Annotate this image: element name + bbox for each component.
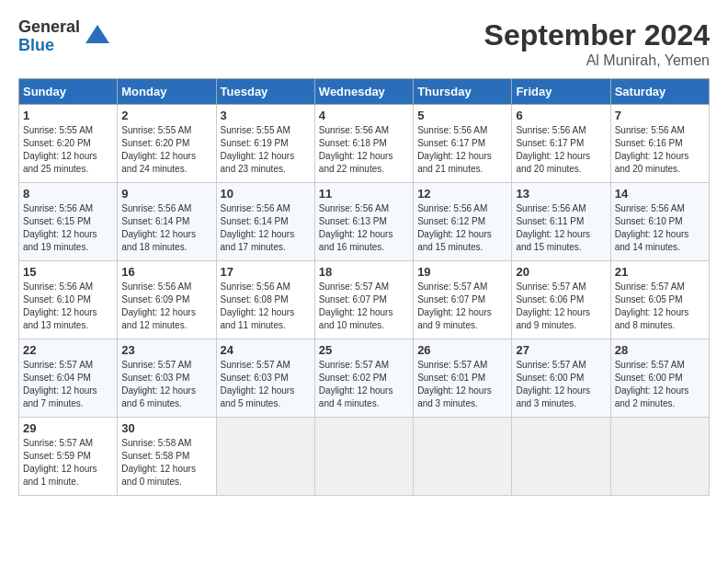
calendar-cell: 22Sunrise: 5:57 AMSunset: 6:04 PMDayligh… <box>19 339 118 418</box>
calendar-cell: 17Sunrise: 5:56 AMSunset: 6:08 PMDayligh… <box>216 261 314 339</box>
logo-blue-text: Blue <box>18 37 80 55</box>
calendar-table: SundayMondayTuesdayWednesdayThursdayFrid… <box>18 78 710 496</box>
day-info: Sunrise: 5:55 AMSunset: 6:20 PMDaylight:… <box>121 125 196 174</box>
day-number: 24 <box>221 343 311 357</box>
calendar-cell: 21Sunrise: 5:57 AMSunset: 6:05 PMDayligh… <box>610 261 709 339</box>
calendar-cell: 25Sunrise: 5:57 AMSunset: 6:02 PMDayligh… <box>314 339 413 418</box>
day-number: 5 <box>417 109 507 122</box>
day-info: Sunrise: 5:56 AMSunset: 6:08 PMDaylight:… <box>221 282 295 330</box>
title-area: September 2024 Al Munirah, Yemen <box>484 18 710 69</box>
calendar-cell: 18Sunrise: 5:57 AMSunset: 6:07 PMDayligh… <box>314 261 413 339</box>
day-info: Sunrise: 5:57 AMSunset: 6:01 PMDaylight:… <box>417 360 492 408</box>
day-number: 20 <box>516 265 606 279</box>
day-info: Sunrise: 5:56 AMSunset: 6:17 PMDaylight:… <box>417 125 492 174</box>
day-info: Sunrise: 5:56 AMSunset: 6:16 PMDaylight:… <box>615 125 689 174</box>
day-number: 18 <box>319 265 409 279</box>
calendar-cell: 11Sunrise: 5:56 AMSunset: 6:13 PMDayligh… <box>314 183 413 261</box>
day-number: 3 <box>221 109 311 122</box>
month-title: September 2024 <box>484 18 710 52</box>
day-number: 15 <box>23 265 113 279</box>
calendar-cell <box>216 418 314 496</box>
logo-icon <box>84 23 111 51</box>
day-info: Sunrise: 5:56 AMSunset: 6:12 PMDaylight:… <box>417 203 492 252</box>
day-info: Sunrise: 5:57 AMSunset: 6:06 PMDaylight:… <box>516 282 590 330</box>
calendar-cell: 10Sunrise: 5:56 AMSunset: 6:14 PMDayligh… <box>216 183 314 261</box>
day-number: 29 <box>23 421 113 435</box>
day-number: 19 <box>417 265 507 279</box>
day-info: Sunrise: 5:58 AMSunset: 5:58 PMDaylight:… <box>121 438 196 487</box>
calendar-header-row: SundayMondayTuesdayWednesdayThursdayFrid… <box>19 79 710 105</box>
week-row-1: 1Sunrise: 5:55 AMSunset: 6:20 PMDaylight… <box>19 105 710 183</box>
calendar-cell <box>512 418 610 496</box>
column-header-friday: Friday <box>512 79 610 105</box>
day-info: Sunrise: 5:56 AMSunset: 6:10 PMDaylight:… <box>615 203 689 252</box>
week-row-2: 8Sunrise: 5:56 AMSunset: 6:15 PMDaylight… <box>19 183 710 261</box>
day-number: 8 <box>23 187 113 201</box>
day-number: 25 <box>319 343 409 357</box>
calendar-cell: 9Sunrise: 5:56 AMSunset: 6:14 PMDaylight… <box>118 183 216 261</box>
calendar-cell: 20Sunrise: 5:57 AMSunset: 6:06 PMDayligh… <box>512 261 610 339</box>
day-number: 22 <box>23 343 113 357</box>
day-info: Sunrise: 5:56 AMSunset: 6:10 PMDaylight:… <box>23 282 97 330</box>
day-info: Sunrise: 5:56 AMSunset: 6:09 PMDaylight:… <box>121 282 196 330</box>
calendar-cell: 2Sunrise: 5:55 AMSunset: 6:20 PMDaylight… <box>118 105 216 183</box>
day-number: 6 <box>516 109 606 122</box>
day-info: Sunrise: 5:57 AMSunset: 6:03 PMDaylight:… <box>221 360 295 408</box>
column-header-sunday: Sunday <box>19 79 118 105</box>
page-header: General Blue September 2024 Al Munirah, … <box>18 18 710 69</box>
column-header-thursday: Thursday <box>414 79 512 105</box>
day-number: 16 <box>121 265 211 279</box>
day-info: Sunrise: 5:56 AMSunset: 6:14 PMDaylight:… <box>221 203 295 252</box>
calendar-cell: 8Sunrise: 5:56 AMSunset: 6:15 PMDaylight… <box>19 183 118 261</box>
day-info: Sunrise: 5:57 AMSunset: 6:02 PMDaylight:… <box>319 360 393 408</box>
calendar-cell: 23Sunrise: 5:57 AMSunset: 6:03 PMDayligh… <box>118 339 216 418</box>
column-header-monday: Monday <box>118 79 216 105</box>
day-info: Sunrise: 5:55 AMSunset: 6:19 PMDaylight:… <box>221 125 295 174</box>
calendar-cell: 27Sunrise: 5:57 AMSunset: 6:00 PMDayligh… <box>512 339 610 418</box>
calendar-cell: 28Sunrise: 5:57 AMSunset: 6:00 PMDayligh… <box>610 339 709 418</box>
calendar-cell: 1Sunrise: 5:55 AMSunset: 6:20 PMDaylight… <box>19 105 118 183</box>
day-number: 26 <box>417 343 507 357</box>
week-row-5: 29Sunrise: 5:57 AMSunset: 5:59 PMDayligh… <box>19 418 710 496</box>
week-row-4: 22Sunrise: 5:57 AMSunset: 6:04 PMDayligh… <box>19 339 710 418</box>
calendar-cell: 16Sunrise: 5:56 AMSunset: 6:09 PMDayligh… <box>118 261 216 339</box>
day-number: 28 <box>615 343 705 357</box>
calendar-cell: 4Sunrise: 5:56 AMSunset: 6:18 PMDaylight… <box>314 105 413 183</box>
day-number: 14 <box>615 187 705 201</box>
day-number: 21 <box>615 265 705 279</box>
svg-marker-0 <box>85 25 109 43</box>
calendar-cell <box>414 418 512 496</box>
day-info: Sunrise: 5:57 AMSunset: 5:59 PMDaylight:… <box>23 438 97 487</box>
calendar-cell <box>610 418 709 496</box>
day-number: 13 <box>516 187 606 201</box>
calendar-cell: 14Sunrise: 5:56 AMSunset: 6:10 PMDayligh… <box>610 183 709 261</box>
column-header-tuesday: Tuesday <box>216 79 314 105</box>
day-info: Sunrise: 5:56 AMSunset: 6:15 PMDaylight:… <box>23 203 97 252</box>
day-number: 12 <box>417 187 507 201</box>
day-number: 30 <box>121 421 211 435</box>
day-number: 7 <box>615 109 705 122</box>
day-info: Sunrise: 5:55 AMSunset: 6:20 PMDaylight:… <box>23 125 97 174</box>
day-number: 17 <box>221 265 311 279</box>
calendar-cell: 19Sunrise: 5:57 AMSunset: 6:07 PMDayligh… <box>414 261 512 339</box>
calendar-cell: 15Sunrise: 5:56 AMSunset: 6:10 PMDayligh… <box>19 261 118 339</box>
day-info: Sunrise: 5:57 AMSunset: 6:07 PMDaylight:… <box>319 282 393 330</box>
day-info: Sunrise: 5:57 AMSunset: 6:00 PMDaylight:… <box>615 360 689 408</box>
logo-general-text: General <box>18 18 80 37</box>
day-info: Sunrise: 5:56 AMSunset: 6:13 PMDaylight:… <box>319 203 393 252</box>
day-number: 11 <box>319 187 409 201</box>
calendar-cell: 12Sunrise: 5:56 AMSunset: 6:12 PMDayligh… <box>414 183 512 261</box>
logo: General Blue <box>18 18 111 55</box>
calendar-cell: 26Sunrise: 5:57 AMSunset: 6:01 PMDayligh… <box>414 339 512 418</box>
day-info: Sunrise: 5:57 AMSunset: 6:07 PMDaylight:… <box>417 282 492 330</box>
day-info: Sunrise: 5:56 AMSunset: 6:17 PMDaylight:… <box>516 125 590 174</box>
calendar-cell <box>314 418 413 496</box>
day-info: Sunrise: 5:56 AMSunset: 6:18 PMDaylight:… <box>319 125 393 174</box>
week-row-3: 15Sunrise: 5:56 AMSunset: 6:10 PMDayligh… <box>19 261 710 339</box>
day-number: 9 <box>121 187 211 201</box>
day-info: Sunrise: 5:57 AMSunset: 6:05 PMDaylight:… <box>615 282 689 330</box>
day-info: Sunrise: 5:56 AMSunset: 6:11 PMDaylight:… <box>516 203 590 252</box>
day-number: 27 <box>516 343 606 357</box>
day-number: 2 <box>121 109 211 122</box>
calendar-cell: 24Sunrise: 5:57 AMSunset: 6:03 PMDayligh… <box>216 339 314 418</box>
